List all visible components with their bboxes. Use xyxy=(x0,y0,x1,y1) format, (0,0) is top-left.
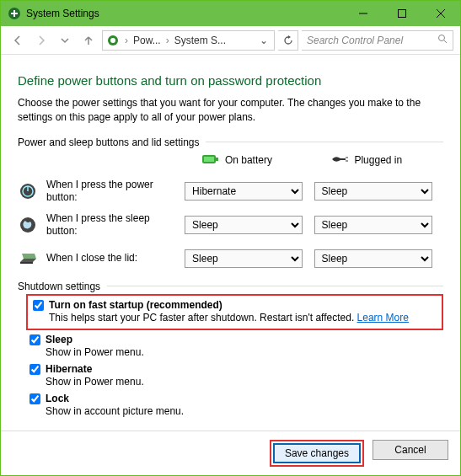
plug-icon xyxy=(330,153,349,168)
chevron-right-icon: › xyxy=(123,35,130,46)
fast-startup-desc: This helps start your PC faster after sh… xyxy=(49,312,354,324)
breadcrumb-item[interactable]: Pow... xyxy=(133,35,161,46)
svg-rect-4 xyxy=(399,10,406,18)
power-button-icon xyxy=(18,181,38,201)
up-button[interactable] xyxy=(78,30,99,51)
row-power-button: When I press the power button: Hibernate… xyxy=(18,174,443,208)
hibernate-title: Hibernate xyxy=(46,363,92,375)
sleep-button-plugged-select[interactable]: Sleep xyxy=(314,216,432,234)
breadcrumb-item[interactable]: System S... xyxy=(174,35,226,46)
svg-point-8 xyxy=(110,38,115,43)
search-icon xyxy=(437,34,448,46)
sleep-checkbox[interactable] xyxy=(29,334,40,345)
sleep-title: Sleep xyxy=(46,334,72,345)
close-button[interactable] xyxy=(421,1,460,26)
shutdown-item-lock: Lock Show in account picture menu. xyxy=(29,393,443,417)
plugged-in-label: Plugged in xyxy=(354,154,402,166)
row-sleep-button: When I press the sleep button: Sleep Sle… xyxy=(18,208,443,242)
chevron-down-icon[interactable]: ⌄ xyxy=(257,35,271,46)
highlight-save-button: Save changes xyxy=(270,440,364,467)
address-bar[interactable]: › Pow... › System S... ⌄ xyxy=(102,30,275,51)
chevron-right-icon: › xyxy=(164,35,171,46)
back-button[interactable] xyxy=(8,30,28,51)
page-title: Define power buttons and turn on passwor… xyxy=(18,73,443,88)
recent-locations-button[interactable] xyxy=(55,30,75,51)
navbar: › Pow... › System S... ⌄ Search Control … xyxy=(1,26,460,55)
close-lid-plugged-select[interactable]: Sleep xyxy=(314,249,432,268)
learn-more-link[interactable]: Learn More xyxy=(357,312,409,324)
svg-rect-2 xyxy=(13,10,15,17)
footer: Save changes Cancel xyxy=(1,431,460,475)
window-title: System Settings xyxy=(26,8,99,19)
sleep-desc: Show in Power menu. xyxy=(46,346,443,358)
fast-startup-checkbox[interactable] xyxy=(33,300,44,311)
row-label: When I press the power button: xyxy=(46,179,173,203)
close-lid-battery-select[interactable]: Sleep xyxy=(185,249,303,268)
minimize-button[interactable] xyxy=(344,1,383,26)
shutdown-item-fast-startup: Turn on fast startup (recommended) This … xyxy=(33,299,437,324)
hibernate-desc: Show in Power menu. xyxy=(46,376,443,388)
svg-point-9 xyxy=(439,35,445,41)
section-heading-power-sleep: Power and sleep buttons and lid settings xyxy=(18,136,443,148)
svg-rect-13 xyxy=(204,157,214,162)
row-label: When I press the sleep button: xyxy=(46,212,173,237)
maximize-button[interactable] xyxy=(383,1,421,26)
cancel-button[interactable]: Cancel xyxy=(373,440,448,460)
column-headers: On battery Plugged in xyxy=(18,153,443,168)
fast-startup-title: Turn on fast startup (recommended) xyxy=(49,299,222,311)
hibernate-checkbox[interactable] xyxy=(29,364,40,375)
lid-icon xyxy=(18,249,38,269)
refresh-button[interactable] xyxy=(278,30,298,51)
page-description: Choose the power settings that you want … xyxy=(18,96,443,125)
highlight-fast-startup: Turn on fast startup (recommended) This … xyxy=(26,294,443,330)
power-options-icon xyxy=(106,34,120,47)
lock-desc: Show in account picture menu. xyxy=(46,405,443,417)
battery-icon xyxy=(201,153,220,168)
content-area: Define power buttons and turn on passwor… xyxy=(1,55,460,431)
search-input[interactable]: Search Control Panel xyxy=(302,30,453,51)
lock-title: Lock xyxy=(46,393,69,404)
window-frame: System Settings xyxy=(0,0,461,476)
app-icon xyxy=(8,7,21,20)
shutdown-item-hibernate: Hibernate Show in Power menu. xyxy=(29,363,443,388)
power-button-battery-select[interactable]: Hibernate xyxy=(185,182,303,201)
forward-button[interactable] xyxy=(31,30,51,51)
row-close-lid: When I close the lid: Sleep Sleep xyxy=(18,242,443,275)
power-button-plugged-select[interactable]: Sleep xyxy=(314,182,432,201)
lock-checkbox[interactable] xyxy=(29,393,40,404)
svg-rect-12 xyxy=(216,158,218,161)
row-label: When I close the lid: xyxy=(46,252,137,264)
section-heading-shutdown: Shutdown settings xyxy=(18,281,443,292)
search-placeholder: Search Control Panel xyxy=(307,35,403,46)
shutdown-item-sleep: Sleep Show in Power menu. xyxy=(29,334,443,358)
save-changes-button[interactable]: Save changes xyxy=(273,443,361,463)
sleep-button-icon xyxy=(18,215,38,235)
on-battery-label: On battery xyxy=(225,154,272,166)
titlebar: System Settings xyxy=(1,1,460,26)
svg-line-10 xyxy=(444,40,447,43)
sleep-button-battery-select[interactable]: Sleep xyxy=(185,216,303,234)
